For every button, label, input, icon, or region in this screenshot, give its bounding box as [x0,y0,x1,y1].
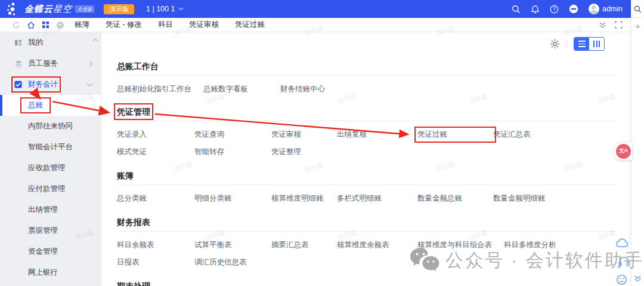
app-link-数量金额明细账[interactable]: 数量金额明细账 [493,193,558,204]
sidebar-item-我的[interactable]: 我的 [0,32,101,53]
open-tabs: 账簿凭证 - 修改科目凭证审核凭证过账 [75,20,265,30]
sidebar-item-资金管理[interactable]: 资金管理 [0,241,101,262]
section-财务报表: 财务报表科目余额表试算平衡表摘要汇总表核算维度余额表核算维度与科目组合表科目多维… [117,217,631,267]
section-总账工作台: 总账工作台总账初始化指引工作台总账数字看板财务结账中心 [117,61,631,94]
app-link-数量金额总账[interactable]: 数量金额总账 [417,193,493,204]
sidebar-item-label: 出纳管理 [28,205,58,215]
section-divider [117,184,618,185]
app-link-凭证查询[interactable]: 凭证查询 [194,130,271,140]
collapse-tabs-icon[interactable] [599,21,606,29]
app-link-出纳复核[interactable]: 出纳复核 [337,130,417,140]
translate-fab[interactable]: 文A [613,142,632,160]
list-view-button[interactable] [574,38,589,50]
sidebar-nav: 我的员工服务财务会计总账内部往来协同智能会计平台应收款管理应付款管理出纳管理票据… [0,32,101,286]
layers-icon [14,60,23,67]
app-link-科目余额表[interactable]: 科目余额表 [117,240,194,250]
app-link-日报表[interactable]: 日报表 [117,257,194,267]
app-link-多栏式明细账[interactable]: 多栏式明细账 [337,193,417,204]
sidebar-item-应收款管理[interactable]: 应收款管理 [0,158,101,179]
app-link-总账初始化指引工作台[interactable]: 总账初始化指引工作台 [117,84,203,94]
sidebar-item-出纳管理[interactable]: 出纳管理 [0,199,101,220]
app-link-明细分类账[interactable]: 明细分类账 [194,193,271,204]
section-title: 财务报表 [117,217,150,227]
app-header: 金蝶云星空 企业版 演示版 1 | 100 1 ? admin [0,0,631,18]
tab-账簿[interactable]: 账簿 [75,20,89,30]
avatar [589,4,599,14]
app-link-核算维度与科目组合表[interactable]: 核算维度与科目组合表 [417,240,504,250]
sidebar-item-员工服务[interactable]: 员工服务 [0,53,101,74]
section-title: 凭证管理 [117,106,150,117]
checkbox-icon [14,81,23,88]
sidebar-item-label: 总账 [23,100,48,111]
app-link-摘要汇总表[interactable]: 摘要汇总表 [271,240,337,250]
ext-search-icon[interactable] [634,5,642,13]
links-row: 日报表调汇历史信息表 [117,257,631,267]
demo-version-badge: 演示版 [104,4,134,14]
column-view-button[interactable] [589,38,604,50]
sidebar-item-label: 员工服务 [28,59,58,69]
links-row: 总分类账明细分类账核算维度明细账多栏式明细账数量金额总账数量金额明细账 [117,193,631,204]
chevron-down-icon [86,82,93,87]
tab-凭证过账[interactable]: 凭证过账 [235,20,265,30]
app-link-凭证汇总表[interactable]: 凭证汇总表 [493,130,543,140]
refresh-icon[interactable] [12,21,20,29]
app-link-凭证录入[interactable]: 凭证录入 [117,130,194,140]
links-row: 凭证录入凭证查询凭证审核出纳复核凭证过账凭证汇总表 [117,130,631,140]
main-content: 总账工作台总账初始化指引工作台总账数字看板财务结账中心凭证管理凭证录入凭证查询凭… [101,32,631,286]
settings-gear-icon[interactable] [550,39,560,49]
layout-toggle [574,37,605,51]
fullscreen-icon[interactable] [615,21,623,29]
search-icon[interactable] [512,5,521,14]
smiley-icon[interactable] [616,274,627,286]
notifications-bell-icon[interactable] [531,5,540,14]
ext-add-icon[interactable]: + [635,22,640,30]
message-icon[interactable] [56,21,64,29]
app-link-凭证整理[interactable]: 凭证整理 [271,147,337,157]
sidebar-item-内部往来协同[interactable]: 内部往来协同 [0,116,101,137]
sidebar-item-应付款管理[interactable]: 应付款管理 [0,179,101,199]
app-link-调汇历史信息表[interactable]: 调汇历史信息表 [194,257,271,267]
app-link-智能转存[interactable]: 智能转存 [194,147,271,157]
headset-icon[interactable] [618,256,630,270]
app-link-核算维度余额表[interactable]: 核算维度余额表 [337,240,417,250]
section-账簿: 账簿总分类账明细分类账核算维度明细账多栏式明细账数量金额总账数量金额明细账 [117,170,631,204]
app-link-科目多维度分析[interactable]: 科目多维度分析 [504,240,568,250]
app-link-凭证过账[interactable]: 凭证过账 [417,130,493,140]
sidebar-item-网上银行[interactable]: 网上银行 [0,262,101,283]
view-controls [550,37,605,51]
sidebar-item-总账[interactable]: 总账 [0,95,101,116]
sidebar-item-财务会计[interactable]: 财务会计 [0,74,101,95]
help-icon[interactable]: ? [550,5,559,14]
home-icon[interactable] [27,21,35,29]
app-link-凭证审核[interactable]: 凭证审核 [271,130,337,140]
svg-text:?: ? [553,6,556,12]
tab-科目[interactable]: 科目 [158,20,173,30]
links-row: 模式凭证智能转存凭证整理 [117,147,631,157]
app-link-财务结账中心[interactable]: 财务结账中心 [280,84,346,94]
section-divider [117,75,618,76]
app-link-总分类账[interactable]: 总分类账 [117,193,194,204]
tab-凭证 - 修改[interactable]: 凭证 - 修改 [106,20,142,30]
browser-extension-strip: + [631,0,644,286]
sidebar-item-票据管理[interactable]: 票据管理 [0,220,101,241]
app-link-核算维度明细账[interactable]: 核算维度明细账 [271,193,337,204]
org-selector[interactable]: 1 | 100 1 [146,5,184,13]
apps-grid-icon[interactable] [42,21,49,29]
user-menu[interactable]: admin [589,4,623,14]
sidebar-item-智能会计平台[interactable]: 智能会计平台 [0,137,101,158]
do-not-disturb-icon[interactable] [569,4,578,14]
section-title: 账簿 [117,170,134,181]
cloud-icon[interactable] [615,238,629,250]
tab-凭证审核[interactable]: 凭证审核 [189,20,219,30]
tab-bar: 账簿凭证 - 修改科目凭证审核凭证过账 [0,18,631,32]
section-title: 期末处理 [117,281,150,286]
app-link-总账数字看板[interactable]: 总账数字看板 [203,84,280,94]
app-link-模式凭证[interactable]: 模式凭证 [117,147,194,157]
chevron-right-icon [89,60,93,67]
section-divider [117,121,618,121]
more-chevrons-icon[interactable] [634,274,642,285]
links-row: 总账初始化指引工作台总账数字看板财务结账中心 [117,84,631,94]
edition-badge: 企业版 [75,5,94,13]
app-link-试算平衡表[interactable]: 试算平衡表 [194,240,271,250]
section-divider [117,231,618,232]
